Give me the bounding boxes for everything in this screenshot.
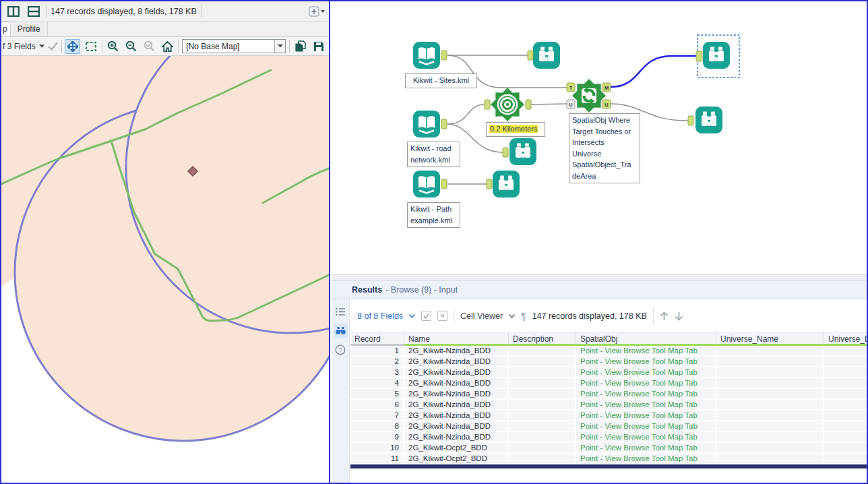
table-row[interactable]: 7 2G_Kikwit-Nzinda_BDD Point - View Brow… bbox=[350, 411, 867, 421]
annotation-sites[interactable]: Kikwit - Sites.kml bbox=[405, 73, 477, 88]
cell-spatialobj[interactable]: Point - View Browse Tool Map Tab bbox=[576, 454, 716, 464]
scroll-down-icon[interactable] bbox=[675, 311, 683, 321]
metadata-view-button[interactable] bbox=[334, 305, 348, 319]
copy-map-button[interactable] bbox=[293, 39, 308, 54]
tool-browse-roads[interactable] bbox=[509, 138, 536, 165]
cell-spatialobj[interactable]: Point - View Browse Tool Map Tab bbox=[576, 443, 716, 454]
cell-universe-name[interactable] bbox=[716, 346, 824, 357]
cell-universe-d[interactable] bbox=[824, 367, 867, 378]
input-anchor[interactable] bbox=[688, 116, 693, 125]
cell-name[interactable]: 2G_Kikwit-Nzinda_BDD bbox=[404, 400, 509, 411]
panel-splitter[interactable] bbox=[332, 274, 867, 281]
cell-record[interactable]: 7 bbox=[350, 411, 404, 421]
tool-spatial-match[interactable] bbox=[572, 79, 606, 113]
clear-fields-icon[interactable]: ✕ bbox=[437, 311, 447, 321]
table-row[interactable]: 11 2G_Kikwit-Ocpt2_BDD Point - View Brow… bbox=[350, 454, 867, 464]
cell-record[interactable]: 8 bbox=[350, 421, 404, 432]
data-view-button[interactable] bbox=[334, 324, 348, 338]
cell-name[interactable]: 2G_Kikwit-Nzinda_BDD bbox=[404, 432, 509, 443]
column-header-universe-d[interactable]: Universe_D bbox=[824, 333, 867, 346]
input-anchor[interactable] bbox=[503, 148, 508, 157]
cell-name[interactable]: 2G_Kikwit-Ocpt2_BDD bbox=[404, 443, 509, 454]
cell-description[interactable] bbox=[509, 367, 576, 378]
cell-description[interactable] bbox=[509, 378, 576, 389]
zoom-in-button[interactable] bbox=[106, 39, 121, 54]
input-anchor[interactable] bbox=[528, 51, 533, 60]
help-button[interactable]: ? bbox=[334, 342, 348, 357]
scroll-up-icon[interactable] bbox=[660, 311, 669, 321]
cell-universe-d[interactable] bbox=[824, 400, 867, 411]
table-row[interactable]: 4 2G_Kikwit-Nzinda_BDD Point - View Brow… bbox=[350, 378, 867, 389]
cell-record[interactable]: 4 bbox=[350, 378, 404, 389]
cell-description[interactable] bbox=[509, 432, 576, 443]
cell-universe-name[interactable] bbox=[716, 411, 824, 421]
basemap-select[interactable]: [No Base Map] bbox=[182, 39, 286, 53]
input-anchor[interactable] bbox=[485, 100, 490, 109]
anchor-universe-input[interactable]: U bbox=[567, 100, 575, 109]
anchor-unmatched-output[interactable]: U bbox=[602, 100, 611, 109]
anchor-target-input[interactable]: T bbox=[567, 83, 575, 92]
cell-record[interactable]: 10 bbox=[350, 443, 404, 454]
tool-buffer[interactable] bbox=[491, 88, 524, 121]
cell-spatialobj[interactable]: Point - View Browse Tool Map Tab bbox=[576, 400, 716, 411]
cell-universe-name[interactable] bbox=[716, 432, 824, 443]
tool-browse-sites[interactable] bbox=[533, 42, 560, 69]
select-fields-checkbox-icon[interactable] bbox=[421, 311, 431, 321]
map-view[interactable] bbox=[1, 56, 329, 483]
cell-description[interactable] bbox=[509, 346, 576, 357]
cell-universe-d[interactable] bbox=[824, 454, 867, 464]
column-header-description[interactable]: Description bbox=[509, 333, 576, 346]
table-row[interactable]: 2 2G_Kikwit-Nzinda_BDD Point - View Brow… bbox=[350, 357, 867, 367]
pan-tool-button[interactable] bbox=[65, 39, 80, 54]
cell-universe-name[interactable] bbox=[716, 443, 824, 454]
zoom-out-button[interactable] bbox=[123, 39, 138, 54]
anchor-matched-output[interactable]: M bbox=[602, 83, 611, 92]
split-vertical-button[interactable] bbox=[5, 3, 22, 20]
cell-spatialobj[interactable]: Point - View Browse Tool Map Tab bbox=[576, 411, 716, 421]
cell-viewer-dropdown[interactable]: Cell Viewer bbox=[460, 311, 503, 321]
cell-record[interactable]: 3 bbox=[350, 367, 404, 378]
tool-input-data-path[interactable] bbox=[413, 171, 440, 198]
connection[interactable] bbox=[447, 104, 485, 124]
input-anchor-selected[interactable] bbox=[696, 51, 702, 61]
split-horizontal-button[interactable] bbox=[26, 3, 42, 20]
table-row[interactable]: 3 2G_Kikwit-Nzinda_BDD Point - View Brow… bbox=[350, 367, 867, 378]
tool-browse-matched-selected[interactable] bbox=[703, 42, 730, 69]
cell-description[interactable] bbox=[509, 357, 576, 367]
column-header-universe-name[interactable]: Universe_Name bbox=[716, 333, 824, 346]
table-row[interactable]: 9 2G_Kikwit-Nzinda_BDD Point - View Brow… bbox=[350, 432, 867, 443]
cell-spatialobj[interactable]: Point - View Browse Tool Map Tab bbox=[576, 357, 716, 367]
cell-name[interactable]: 2G_Kikwit-Nzinda_BDD bbox=[404, 389, 509, 400]
cell-description[interactable] bbox=[509, 421, 576, 432]
fields-dropdown[interactable]: f 3 Fields bbox=[3, 42, 36, 51]
new-window-button[interactable] bbox=[309, 3, 325, 20]
apply-check-icon[interactable] bbox=[48, 42, 58, 51]
connection[interactable] bbox=[531, 104, 567, 104]
cell-record[interactable]: 6 bbox=[350, 400, 404, 411]
cell-name[interactable]: 2G_Kikwit-Nzinda_BDD bbox=[404, 346, 509, 357]
tab-map[interactable]: p bbox=[1, 22, 11, 36]
cell-name[interactable]: 2G_Kikwit-Nzinda_BDD bbox=[404, 357, 509, 367]
output-anchor[interactable] bbox=[526, 100, 531, 109]
cell-universe-name[interactable] bbox=[716, 367, 824, 378]
workflow-canvas[interactable]: T U M U Kikwit - S bbox=[332, 1, 867, 274]
annotation-buffer[interactable]: 0.2 Kilometers bbox=[486, 122, 545, 137]
input-anchor[interactable] bbox=[487, 179, 492, 189]
table-row[interactable]: 10 2G_Kikwit-Ocpt2_BDD Point - View Brow… bbox=[350, 443, 867, 454]
cell-universe-d[interactable] bbox=[824, 389, 867, 400]
cell-universe-d[interactable] bbox=[824, 378, 867, 389]
cell-universe-d[interactable] bbox=[824, 346, 867, 357]
cell-record[interactable]: 9 bbox=[350, 432, 404, 443]
chevron-down-icon[interactable] bbox=[409, 314, 415, 318]
save-map-button[interactable] bbox=[311, 39, 326, 54]
cell-description[interactable] bbox=[509, 400, 576, 411]
select-tool-button[interactable] bbox=[84, 39, 98, 54]
cell-name[interactable]: 2G_Kikwit-Nzinda_BDD bbox=[404, 378, 509, 389]
basemap-dropdown-button[interactable] bbox=[274, 40, 285, 53]
cell-name[interactable]: 2G_Kikwit-Nzinda_BDD bbox=[404, 421, 509, 432]
cell-description[interactable] bbox=[509, 443, 576, 454]
output-anchor[interactable] bbox=[441, 179, 447, 189]
column-header-record[interactable]: Record bbox=[350, 333, 404, 346]
cell-spatialobj[interactable]: Point - View Browse Tool Map Tab bbox=[576, 432, 716, 443]
cell-description[interactable] bbox=[509, 389, 576, 400]
